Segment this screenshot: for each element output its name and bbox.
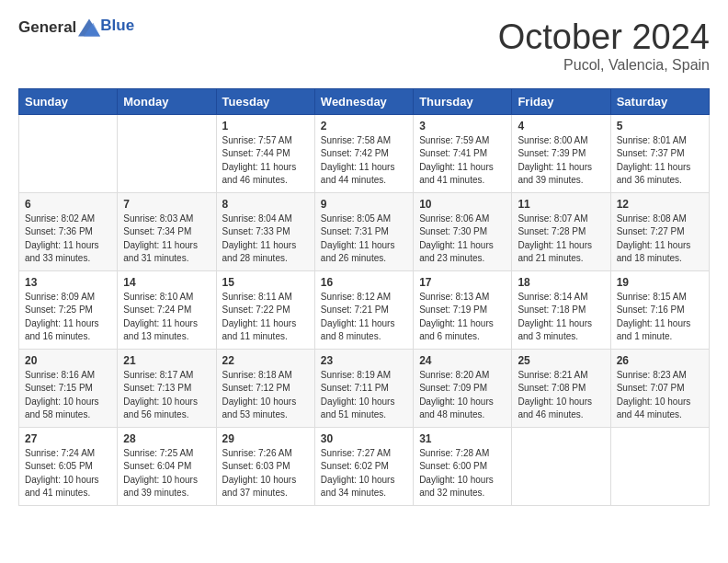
day-info: Sunrise: 8:00 AMSunset: 7:39 PMDaylight:… <box>518 134 604 188</box>
calendar-cell <box>19 114 118 192</box>
location-subtitle: Pucol, Valencia, Spain <box>498 57 710 74</box>
calendar-cell: 5Sunrise: 8:01 AMSunset: 7:37 PMDaylight… <box>610 114 709 192</box>
calendar-cell: 14Sunrise: 8:10 AMSunset: 7:24 PMDayligh… <box>118 270 216 349</box>
column-header-thursday: Thursday <box>414 88 512 114</box>
calendar-week-row: 13Sunrise: 8:09 AMSunset: 7:25 PMDayligh… <box>19 270 710 349</box>
day-number: 30 <box>321 432 407 445</box>
day-info: Sunrise: 8:19 AMSunset: 7:11 PMDaylight:… <box>321 369 407 422</box>
calendar-cell <box>512 427 610 505</box>
logo-blue-text: Blue <box>100 17 134 35</box>
calendar-cell: 2Sunrise: 7:58 AMSunset: 7:42 PMDaylight… <box>314 114 413 192</box>
calendar-cell: 27Sunrise: 7:24 AMSunset: 6:05 PMDayligh… <box>19 427 118 505</box>
calendar-cell: 20Sunrise: 8:16 AMSunset: 7:15 PMDayligh… <box>19 349 118 427</box>
day-info: Sunrise: 7:25 AMSunset: 6:04 PMDaylight:… <box>123 447 210 500</box>
calendar-cell: 26Sunrise: 8:23 AMSunset: 7:07 PMDayligh… <box>610 349 709 427</box>
day-number: 5 <box>617 120 703 132</box>
day-number: 27 <box>25 432 111 445</box>
day-number: 18 <box>518 276 604 289</box>
calendar-cell: 7Sunrise: 8:03 AMSunset: 7:34 PMDaylight… <box>118 192 216 270</box>
column-header-sunday: Sunday <box>19 88 118 114</box>
day-number: 31 <box>419 432 506 445</box>
day-info: Sunrise: 8:11 AMSunset: 7:22 PMDaylight:… <box>222 291 309 344</box>
calendar-cell: 15Sunrise: 8:11 AMSunset: 7:22 PMDayligh… <box>216 270 314 349</box>
day-info: Sunrise: 8:23 AMSunset: 7:07 PMDaylight:… <box>617 369 703 422</box>
column-header-tuesday: Tuesday <box>216 88 314 114</box>
day-info: Sunrise: 8:03 AMSunset: 7:34 PMDaylight:… <box>123 213 210 266</box>
calendar-cell: 30Sunrise: 7:27 AMSunset: 6:02 PMDayligh… <box>314 427 413 505</box>
day-number: 26 <box>617 354 703 367</box>
day-number: 24 <box>419 354 506 367</box>
calendar-cell: 4Sunrise: 8:00 AMSunset: 7:39 PMDaylight… <box>512 114 610 192</box>
calendar-table: SundayMondayTuesdayWednesdayThursdayFrid… <box>18 88 710 506</box>
calendar-cell: 10Sunrise: 8:06 AMSunset: 7:30 PMDayligh… <box>414 192 512 270</box>
column-header-saturday: Saturday <box>610 88 709 114</box>
calendar-cell: 19Sunrise: 8:15 AMSunset: 7:16 PMDayligh… <box>610 270 709 349</box>
calendar-week-row: 27Sunrise: 7:24 AMSunset: 6:05 PMDayligh… <box>19 427 710 505</box>
day-number: 10 <box>419 198 506 211</box>
day-number: 12 <box>617 198 703 211</box>
day-number: 9 <box>321 198 407 211</box>
calendar-cell: 9Sunrise: 8:05 AMSunset: 7:31 PMDaylight… <box>314 192 413 270</box>
calendar-cell: 22Sunrise: 8:18 AMSunset: 7:12 PMDayligh… <box>216 349 314 427</box>
calendar-cell: 17Sunrise: 8:13 AMSunset: 7:19 PMDayligh… <box>414 270 512 349</box>
day-number: 17 <box>419 276 506 289</box>
calendar-week-row: 6Sunrise: 8:02 AMSunset: 7:36 PMDaylight… <box>19 192 710 270</box>
day-number: 19 <box>617 276 703 289</box>
day-info: Sunrise: 7:26 AMSunset: 6:03 PMDaylight:… <box>222 447 309 500</box>
day-info: Sunrise: 8:15 AMSunset: 7:16 PMDaylight:… <box>617 291 703 344</box>
page-header: General Blue October 2024 Pucol, Valenci… <box>18 18 710 74</box>
day-number: 3 <box>419 120 506 132</box>
day-info: Sunrise: 8:09 AMSunset: 7:25 PMDaylight:… <box>25 291 111 344</box>
calendar-header-row: SundayMondayTuesdayWednesdayThursdayFrid… <box>19 88 710 114</box>
day-number: 28 <box>123 432 210 445</box>
calendar-cell: 21Sunrise: 8:17 AMSunset: 7:13 PMDayligh… <box>118 349 216 427</box>
day-info: Sunrise: 8:08 AMSunset: 7:27 PMDaylight:… <box>617 213 703 266</box>
day-info: Sunrise: 8:13 AMSunset: 7:19 PMDaylight:… <box>419 291 506 344</box>
day-info: Sunrise: 8:07 AMSunset: 7:28 PMDaylight:… <box>518 213 604 266</box>
day-info: Sunrise: 7:24 AMSunset: 6:05 PMDaylight:… <box>25 447 111 500</box>
day-info: Sunrise: 7:27 AMSunset: 6:02 PMDaylight:… <box>321 447 407 500</box>
calendar-cell: 1Sunrise: 7:57 AMSunset: 7:44 PMDaylight… <box>216 114 314 192</box>
day-info: Sunrise: 8:18 AMSunset: 7:12 PMDaylight:… <box>222 369 309 422</box>
day-number: 14 <box>123 276 210 289</box>
day-number: 8 <box>222 198 309 211</box>
calendar-cell: 25Sunrise: 8:21 AMSunset: 7:08 PMDayligh… <box>512 349 610 427</box>
day-info: Sunrise: 7:58 AMSunset: 7:42 PMDaylight:… <box>321 134 407 188</box>
calendar-cell: 23Sunrise: 8:19 AMSunset: 7:11 PMDayligh… <box>314 349 413 427</box>
day-info: Sunrise: 8:17 AMSunset: 7:13 PMDaylight:… <box>123 369 210 422</box>
day-number: 16 <box>321 276 407 289</box>
day-number: 23 <box>321 354 407 367</box>
day-info: Sunrise: 7:28 AMSunset: 6:00 PMDaylight:… <box>419 447 506 500</box>
day-info: Sunrise: 8:21 AMSunset: 7:08 PMDaylight:… <box>518 369 604 422</box>
calendar-cell: 11Sunrise: 8:07 AMSunset: 7:28 PMDayligh… <box>512 192 610 270</box>
day-number: 4 <box>518 120 604 132</box>
calendar-cell: 29Sunrise: 7:26 AMSunset: 6:03 PMDayligh… <box>216 427 314 505</box>
column-header-wednesday: Wednesday <box>314 88 413 114</box>
calendar-cell: 16Sunrise: 8:12 AMSunset: 7:21 PMDayligh… <box>314 270 413 349</box>
calendar-cell: 31Sunrise: 7:28 AMSunset: 6:00 PMDayligh… <box>414 427 512 505</box>
title-block: October 2024 Pucol, Valencia, Spain <box>498 18 710 74</box>
day-number: 11 <box>518 198 604 211</box>
calendar-cell: 28Sunrise: 7:25 AMSunset: 6:04 PMDayligh… <box>118 427 216 505</box>
day-info: Sunrise: 8:20 AMSunset: 7:09 PMDaylight:… <box>419 369 506 422</box>
calendar-cell <box>610 427 709 505</box>
calendar-cell <box>118 114 216 192</box>
day-number: 25 <box>518 354 604 367</box>
calendar-cell: 6Sunrise: 8:02 AMSunset: 7:36 PMDaylight… <box>19 192 118 270</box>
month-title: October 2024 <box>498 18 710 57</box>
day-number: 21 <box>123 354 210 367</box>
day-info: Sunrise: 8:01 AMSunset: 7:37 PMDaylight:… <box>617 134 703 188</box>
logo: General Blue <box>18 18 134 37</box>
day-number: 15 <box>222 276 309 289</box>
logo-icon <box>78 18 100 37</box>
column-header-monday: Monday <box>118 88 216 114</box>
day-info: Sunrise: 8:04 AMSunset: 7:33 PMDaylight:… <box>222 213 309 266</box>
day-info: Sunrise: 8:12 AMSunset: 7:21 PMDaylight:… <box>321 291 407 344</box>
calendar-cell: 8Sunrise: 8:04 AMSunset: 7:33 PMDaylight… <box>216 192 314 270</box>
day-info: Sunrise: 8:16 AMSunset: 7:15 PMDaylight:… <box>25 369 111 422</box>
calendar-cell: 12Sunrise: 8:08 AMSunset: 7:27 PMDayligh… <box>610 192 709 270</box>
day-info: Sunrise: 7:57 AMSunset: 7:44 PMDaylight:… <box>222 134 309 188</box>
calendar-cell: 3Sunrise: 7:59 AMSunset: 7:41 PMDaylight… <box>414 114 512 192</box>
day-info: Sunrise: 8:10 AMSunset: 7:24 PMDaylight:… <box>123 291 210 344</box>
calendar-week-row: 1Sunrise: 7:57 AMSunset: 7:44 PMDaylight… <box>19 114 710 192</box>
